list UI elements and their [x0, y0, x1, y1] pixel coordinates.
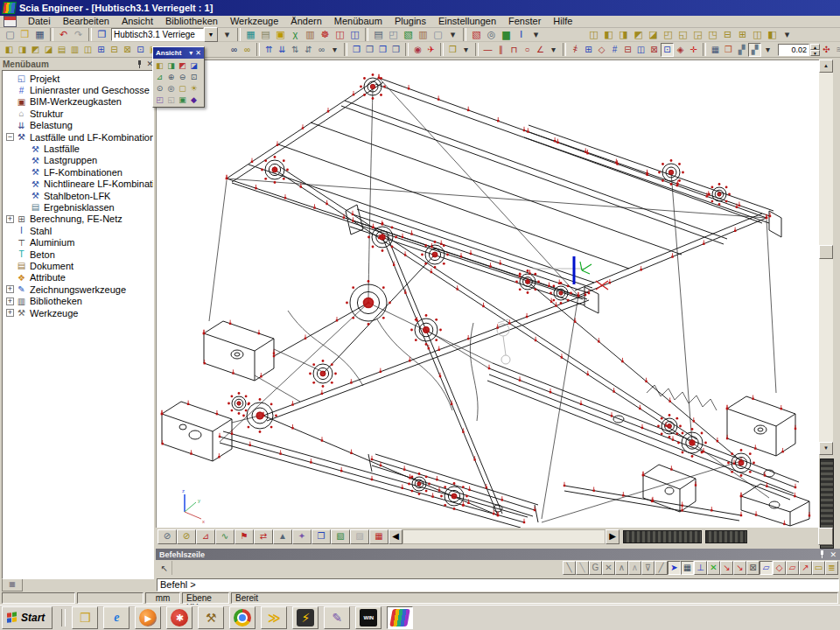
menu-werkzeuge[interactable]: Werkzeuge [224, 16, 284, 27]
btn-snap-line[interactable]: ╲ [563, 561, 576, 575]
spin-down-icon[interactable]: ▼ [810, 50, 820, 56]
btn-node-tool[interactable]: ҂ [569, 43, 582, 57]
btn-dot-step[interactable]: ✣ [820, 43, 833, 57]
btn-more-dropdown[interactable]: ▾ [761, 43, 774, 57]
btn-filter-2[interactable]: ◨ [16, 43, 29, 57]
menu-datei[interactable]: Datei [22, 16, 57, 27]
btn-draw-line[interactable]: — [481, 43, 494, 57]
tree-expander-icon[interactable] [6, 250, 14, 258]
btn-eye[interactable]: ◉ [411, 43, 424, 57]
btn-select-previous[interactable]: ∞ [315, 43, 328, 57]
tree-item-bim-werkzeugkasten[interactable]: ▣ BIM-Werkzeugkasten [3, 96, 153, 108]
horizontal-grip-bar-2[interactable] [705, 530, 747, 543]
btn-snap-end[interactable]: ∧ [628, 561, 641, 575]
tree-expander-icon[interactable] [20, 157, 28, 164]
scroll-down-icon[interactable]: ▼ [819, 442, 833, 455]
btn-layer-snap[interactable]: ▭ [812, 561, 825, 575]
btn-copy-view-2[interactable]: ❐ [363, 43, 376, 57]
tree-expander-icon[interactable]: + [6, 309, 14, 317]
btn-layout-9[interactable]: ◳ [705, 27, 720, 41]
btn-angle-step[interactable]: ≋ [833, 43, 840, 57]
btn-layout-4[interactable]: ◩ [631, 27, 646, 41]
tree-expander-icon[interactable] [6, 109, 14, 117]
btn-chart[interactable]: ▆ [499, 27, 514, 41]
btn-wireframe-mode[interactable]: ◆ [188, 94, 200, 105]
btn-picture-off[interactable]: ▨ [350, 529, 369, 544]
btn-dot-grid[interactable]: ▦ [681, 561, 694, 575]
btn-layout-5[interactable]: ◪ [646, 27, 661, 41]
btn-activity-folder[interactable]: ❒ [446, 43, 459, 57]
tree-expander-icon[interactable] [6, 87, 14, 94]
btn-edge-snap-1[interactable]: ↘ [720, 561, 733, 575]
scroll-right-icon[interactable]: ▶ [606, 529, 620, 544]
btn-beam-tool[interactable]: ⊞ [582, 43, 595, 57]
btn-draw-circle[interactable]: ○ [521, 43, 534, 57]
menubaum-panel-header[interactable]: Menübaum ✕ [0, 58, 156, 70]
btn-gallery[interactable]: ▧ [401, 27, 416, 41]
tree-item-bibliotheken[interactable]: + ▥ Bibliotheken [3, 295, 153, 306]
model-canvas[interactable]: z y x [157, 60, 819, 528]
btn-ortho[interactable]: ⊥ [694, 561, 707, 575]
tree-expander-icon[interactable]: + [6, 298, 14, 305]
btn-combo-extra-dropdown[interactable]: ▾ [220, 27, 234, 41]
btn-slope-snap[interactable]: ↗ [799, 561, 812, 575]
btn-clear-view[interactable]: ✈ [424, 43, 438, 57]
btn-print-dropdown[interactable]: ▾ [445, 27, 460, 41]
btn-filter-5[interactable]: ▤ [55, 43, 68, 57]
btn-layout-13[interactable]: ◧ [765, 27, 780, 41]
pin-icon[interactable] [818, 550, 826, 558]
btn-swap-down[interactable]: ⇵ [302, 43, 315, 57]
tree-item-berechnung-fe-netz[interactable]: + ⊞ Berechnung, FE-Netz [3, 214, 153, 225]
btn-load-tool[interactable]: ◈ [674, 43, 687, 57]
btn-filter-4[interactable]: ◪ [42, 43, 55, 57]
taskbar-icon-red-hand[interactable]: ✱ [166, 606, 192, 629]
btn-binocular-active[interactable]: ∞ [228, 43, 241, 57]
btn-plate-tool[interactable]: ⊟ [621, 43, 634, 57]
mdi-document-icon[interactable] [4, 16, 17, 27]
tree-item-projekt[interactable]: ◱ Projekt [3, 73, 153, 84]
tree-expander-icon[interactable] [20, 192, 28, 200]
btn-zoom-doc[interactable]: ◎ [484, 27, 499, 41]
tree-item-struktur[interactable]: ⌂ Struktur [3, 108, 153, 119]
tree-item-lastfaelle[interactable]: ⚒ Lastfälle [3, 143, 153, 154]
tree-item-stahl[interactable]: Ⅰ Stahl [3, 225, 153, 236]
btn-gear-wheel[interactable]: ☸ [318, 27, 332, 41]
tree-item-linienraster-und-geschosse[interactable]: # Linienraster und Geschosse [3, 84, 153, 95]
taskbar-icon-explorer[interactable]: ❒ [72, 606, 98, 629]
btn-snap-perp[interactable]: ⊽ [641, 561, 654, 575]
taskbar-icon-chrome[interactable] [229, 606, 256, 629]
tree-item-dokument[interactable]: ▤ Dokument [3, 260, 153, 271]
btn-hinge-tool[interactable]: ⊡ [661, 43, 674, 57]
btn-flip-axes[interactable]: ⇄ [254, 529, 273, 544]
btn-tangent-2[interactable]: ▱ [786, 561, 799, 575]
close-icon[interactable]: ✕ [830, 550, 836, 559]
btn-binocular[interactable]: ∞ [241, 43, 254, 57]
vertical-scroll-thumb[interactable] [819, 245, 833, 259]
tree-expander-icon[interactable]: + [6, 285, 14, 293]
tree-expander-icon[interactable] [20, 180, 28, 188]
title-bar[interactable]: Scia Engineer - [Hubtisch3.1 Verriegelt … [0, 0, 840, 16]
btn-projection-1[interactable]: ◰ [154, 94, 165, 105]
taskbar-icon-settings-tools[interactable]: ⚒ [198, 606, 224, 629]
btn-open[interactable]: ❒ [18, 27, 32, 41]
tree-expander-icon[interactable] [20, 145, 28, 153]
btn-page[interactable]: ▢ [430, 27, 445, 41]
btn-filter-1[interactable]: ◧ [3, 43, 16, 57]
btn-filter-10[interactable]: ⊠ [121, 43, 134, 57]
taskbar-icon-winamp[interactable]: ⚡ [292, 606, 318, 629]
btn-draw-dropdown[interactable]: ▾ [547, 43, 560, 57]
tree-expander-icon[interactable] [6, 74, 14, 82]
taskbar-icon-scia-engineer[interactable] [387, 606, 413, 629]
btn-layout-3[interactable]: ◨ [616, 27, 631, 41]
taskbar-icon-paint[interactable]: ✎ [324, 606, 350, 629]
btn-window-copy[interactable]: ❐ [312, 529, 331, 544]
btn-toggle-b[interactable]: ▞ [748, 43, 761, 57]
btn-clip-link-1[interactable]: ⊘ [158, 529, 177, 544]
tree-item-lastgruppen[interactable]: ⚒ Lastgruppen [3, 155, 153, 166]
btn-box-snap[interactable]: ⊠ [746, 561, 760, 575]
befehlszeile-header[interactable]: Befehlszeile ✕ [156, 549, 840, 560]
btn-layers[interactable]: ▤ [258, 27, 273, 41]
btn-print-preview[interactable]: ◰ [386, 27, 401, 41]
btn-filter-11[interactable]: ⊡ [134, 43, 147, 57]
btn-activity-dropdown[interactable]: ▾ [459, 43, 472, 57]
